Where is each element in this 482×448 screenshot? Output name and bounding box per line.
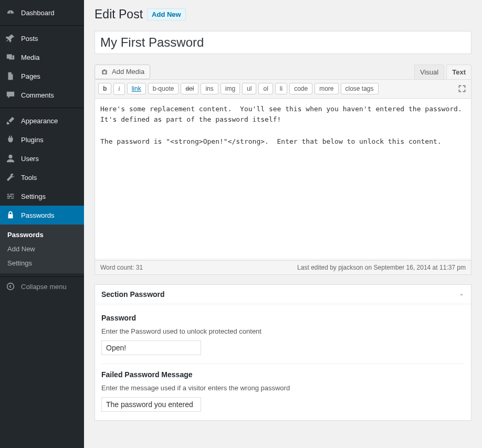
- quicktag-code[interactable]: code: [289, 83, 312, 94]
- tab-visual[interactable]: Visual: [414, 65, 444, 79]
- admin-sidebar: Dashboard Posts Media: [0, 0, 84, 448]
- quicktag-img[interactable]: img: [221, 83, 240, 94]
- sidebar-item-comments[interactable]: Comments: [0, 86, 84, 104]
- add-new-button[interactable]: Add New: [147, 8, 186, 20]
- editor-toolbar: b i link b-quote del ins img ul ol li co…: [95, 80, 471, 99]
- tab-text[interactable]: Text: [446, 65, 471, 79]
- collapse-menu[interactable]: Collapse menu: [0, 277, 84, 296]
- quicktag-i[interactable]: i: [113, 83, 124, 95]
- post-title-input[interactable]: [95, 31, 471, 54]
- sidebar-item-label: Users: [21, 155, 39, 163]
- fullscreen-icon[interactable]: [456, 83, 468, 94]
- sidebar-item-passwords[interactable]: Passwords: [0, 206, 84, 225]
- quicktag-more[interactable]: more: [315, 83, 338, 94]
- media-icon: [5, 52, 16, 62]
- chevron-up-icon: [458, 291, 465, 297]
- lock-icon: [5, 210, 16, 220]
- sidebar-item-users[interactable]: Users: [0, 149, 84, 168]
- main-content: Edit Post Add New Add Media Visual Text …: [84, 0, 482, 448]
- collapse-icon: [5, 281, 16, 292]
- camera-icon: [100, 68, 109, 76]
- sidebar-item-label: Settings: [21, 193, 46, 200]
- sidebar-item-label: Passwords: [21, 211, 55, 219]
- postbox-title: Section Password: [101, 290, 165, 298]
- failed-message-desc: Enter the message used if a visitor ente…: [101, 384, 465, 392]
- editor-footer: Word count: 31 Last edited by pjackson o…: [95, 261, 471, 275]
- sidebar-item-label: Appearance: [21, 117, 58, 125]
- quicktag-close-tags[interactable]: close tags: [341, 83, 379, 94]
- brush-icon: [5, 115, 16, 126]
- quicktag-b[interactable]: b: [98, 83, 111, 94]
- failed-message-label: Failed Password Message: [101, 370, 465, 379]
- quicktag-link[interactable]: link: [127, 83, 146, 94]
- svg-point-1: [7, 283, 14, 290]
- postbox-toggle[interactable]: Section Password: [95, 285, 471, 304]
- pin-icon: [5, 33, 16, 44]
- sidebar-item-label: Tools: [21, 174, 37, 182]
- wrench-icon: [5, 172, 16, 183]
- sliders-icon: [5, 191, 16, 201]
- add-media-label: Add Media: [112, 68, 144, 76]
- sidebar-item-posts[interactable]: Posts: [0, 29, 84, 48]
- sidebar-item-tools[interactable]: Tools: [0, 168, 84, 187]
- plug-icon: [5, 134, 16, 145]
- page-icon: [5, 71, 16, 81]
- word-count: Word count: 31: [100, 264, 143, 271]
- sidebar-item-pages[interactable]: Pages: [0, 67, 84, 86]
- sidebar-item-settings[interactable]: Settings: [0, 187, 84, 206]
- failed-message-input[interactable]: [101, 397, 201, 412]
- sidebar-item-label: Comments: [21, 91, 54, 99]
- editor-tabs: Visual Text: [412, 65, 471, 79]
- page-title: Edit Post: [95, 7, 143, 22]
- quicktag-li[interactable]: li: [275, 83, 287, 94]
- svg-point-0: [8, 155, 12, 158]
- dashboard-icon: [5, 7, 16, 18]
- last-edited: Last edited by pjackson on September 16,…: [297, 264, 466, 271]
- sidebar-item-label: Plugins: [21, 136, 44, 144]
- sidebar-item-appearance[interactable]: Appearance: [0, 111, 84, 130]
- submenu-item-add-new[interactable]: Add New: [0, 242, 84, 256]
- password-input[interactable]: [101, 340, 201, 355]
- sidebar-item-dashboard[interactable]: Dashboard: [0, 3, 84, 22]
- sidebar-item-plugins[interactable]: Plugins: [0, 130, 84, 149]
- quicktag-del[interactable]: del: [181, 83, 198, 94]
- submenu-item-settings[interactable]: Settings: [0, 256, 84, 270]
- postbox-section-password: Section Password Password Enter the Pass…: [95, 284, 471, 421]
- submenu-item-passwords[interactable]: Passwords: [0, 228, 84, 242]
- collapse-label: Collapse menu: [21, 283, 67, 291]
- quicktag-bquote[interactable]: b-quote: [148, 83, 179, 94]
- post-content-textarea[interactable]: [95, 99, 471, 259]
- comment-icon: [5, 90, 16, 100]
- sidebar-item-label: Dashboard: [21, 9, 55, 17]
- user-icon: [5, 153, 16, 164]
- password-label: Password: [101, 314, 465, 322]
- quicktag-ol[interactable]: ol: [258, 83, 273, 94]
- sidebar-item-label: Pages: [21, 72, 40, 80]
- password-desc: Enter the Password used to unlock protec…: [101, 327, 465, 335]
- sidebar-item-media[interactable]: Media: [0, 48, 84, 67]
- quicktag-ins[interactable]: ins: [201, 83, 218, 94]
- sidebar-submenu: Passwords Add New Settings: [0, 225, 84, 273]
- quicktag-ul[interactable]: ul: [242, 83, 256, 94]
- editor-container: b i link b-quote del ins img ul ol li co…: [95, 79, 471, 261]
- sidebar-item-label: Media: [21, 54, 39, 61]
- add-media-button[interactable]: Add Media: [95, 65, 150, 79]
- sidebar-item-label: Posts: [21, 35, 38, 42]
- svg-point-2: [103, 71, 106, 73]
